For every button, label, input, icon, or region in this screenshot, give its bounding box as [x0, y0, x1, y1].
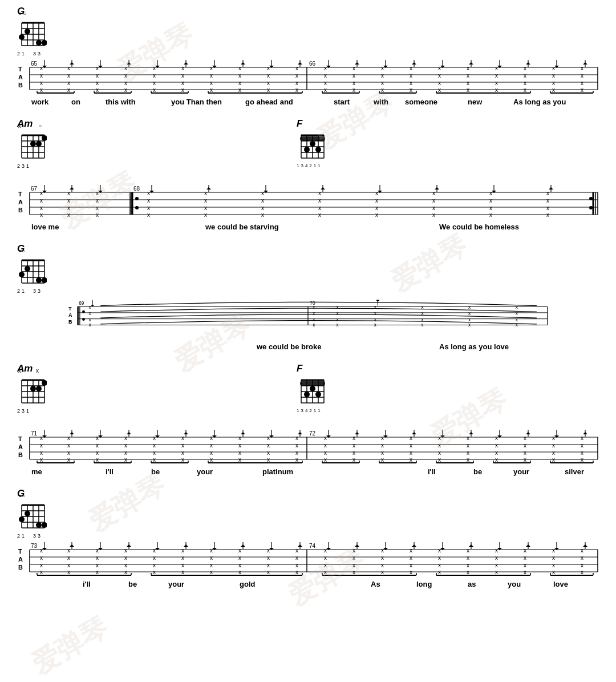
svg-text:x: x: [438, 569, 441, 575]
svg-marker-228: [70, 187, 74, 189]
svg-text:x: x: [552, 569, 555, 575]
section-3: G ○○: [17, 243, 599, 353]
svg-point-541: [19, 516, 25, 522]
svg-text:x: x: [381, 457, 384, 463]
chord-row-3: G ○○: [17, 243, 599, 294]
svg-marker-121: [469, 62, 473, 64]
svg-text:x: x: [153, 80, 156, 86]
svg-text:x: x: [495, 72, 498, 79]
svg-text:x: x: [381, 450, 384, 456]
svg-text:x: x: [318, 190, 321, 196]
svg-text:T: T: [68, 306, 72, 312]
svg-text:x: x: [181, 547, 184, 554]
chord-grid-F2: [297, 376, 326, 405]
svg-text:x: x: [552, 435, 555, 441]
svg-text:x: x: [438, 547, 441, 554]
svg-text:x: x: [410, 450, 412, 456]
svg-text:x: x: [552, 555, 555, 561]
lyric-go: go ahead and: [245, 98, 293, 106]
svg-text:x: x: [524, 72, 526, 79]
svg-text:x: x: [524, 457, 526, 463]
lyric-you2: you: [508, 580, 521, 588]
svg-text:x: x: [410, 569, 412, 575]
svg-text:x: x: [374, 311, 377, 316]
svg-text:x: x: [295, 457, 298, 463]
svg-text:x: x: [516, 311, 518, 316]
svg-text:x: x: [524, 547, 526, 554]
svg-text:x: x: [238, 457, 241, 463]
svg-text:x: x: [89, 311, 92, 316]
lyric-someone: someone: [405, 98, 437, 106]
lyrics-row-1: work on this with you Than then go ahead…: [17, 95, 599, 108]
svg-text:x: x: [324, 457, 327, 463]
svg-text:x: x: [468, 305, 471, 310]
finger-numbers-Am: 231: [17, 163, 29, 169]
svg-text:x: x: [210, 65, 213, 71]
lyric-starving: we could be starving: [205, 223, 279, 231]
svg-marker-664: [526, 544, 530, 547]
svg-text:x: x: [410, 547, 412, 554]
svg-text:x: x: [524, 87, 526, 93]
svg-text:x: x: [96, 442, 99, 449]
svg-text:x: x: [210, 569, 213, 575]
svg-marker-431: [241, 432, 245, 434]
svg-text:x: x: [324, 87, 327, 93]
lyric-homeless: We could be homeless: [439, 223, 519, 231]
chord-diagram-F2: F: [297, 363, 326, 413]
svg-text:x: x: [40, 205, 43, 211]
svg-text:x: x: [410, 65, 412, 71]
svg-marker-467: [412, 432, 416, 434]
svg-text:x: x: [313, 305, 315, 310]
svg-text:x: x: [552, 450, 555, 456]
svg-text:x: x: [67, 547, 70, 554]
lyric-as2: as: [468, 580, 476, 588]
svg-text:x: x: [324, 80, 327, 86]
svg-marker-133: [526, 62, 530, 64]
lyric-be3: be: [128, 580, 137, 588]
lyric-start: start: [334, 98, 350, 106]
svg-text:x: x: [552, 547, 555, 554]
svg-marker-145: [583, 62, 587, 64]
svg-text:x: x: [295, 80, 298, 86]
svg-text:66: 66: [309, 60, 316, 67]
svg-text:x: x: [147, 190, 150, 196]
svg-text:x: x: [581, 555, 583, 561]
svg-rect-368: [300, 381, 325, 386]
svg-text:x: x: [352, 65, 355, 71]
svg-text:x: x: [267, 547, 270, 554]
svg-text:x: x: [524, 569, 526, 575]
svg-text:x: x: [374, 317, 377, 322]
svg-text:x: x: [524, 65, 526, 71]
svg-text:x: x: [546, 205, 549, 211]
svg-marker-491: [526, 432, 530, 434]
svg-text:x: x: [261, 197, 264, 204]
svg-marker-616: [298, 544, 302, 547]
svg-text:x: x: [40, 197, 43, 204]
svg-text:x: x: [210, 80, 213, 86]
svg-text:x: x: [495, 442, 498, 449]
finger-numbers-G2: 21 33: [17, 288, 40, 294]
svg-text:x: x: [40, 212, 43, 218]
svg-text:x: x: [210, 547, 213, 554]
finger-numbers-F: 134211: [297, 163, 321, 168]
svg-text:x: x: [495, 87, 498, 93]
svg-text:x: x: [552, 442, 555, 449]
svg-text:x: x: [96, 212, 99, 218]
svg-text:x: x: [96, 72, 99, 79]
watermark-9: 爱弹琴: [25, 610, 115, 682]
svg-text:x: x: [495, 80, 498, 86]
chord-grid-G2: [17, 256, 47, 285]
svg-text:x: x: [181, 65, 184, 71]
svg-text:x: x: [67, 442, 70, 449]
svg-text:x: x: [352, 80, 355, 86]
svg-point-210: [135, 197, 139, 200]
svg-marker-580: [127, 544, 131, 547]
svg-point-293: [19, 272, 25, 277]
finger-numbers-F2: 134211: [297, 408, 321, 413]
svg-text:x: x: [432, 197, 435, 204]
svg-text:x: x: [261, 190, 264, 196]
svg-text:T: T: [18, 66, 22, 72]
lyric-aslong2: As long as you love: [439, 342, 509, 351]
svg-text:x: x: [375, 197, 378, 204]
svg-text:x: x: [67, 555, 70, 561]
